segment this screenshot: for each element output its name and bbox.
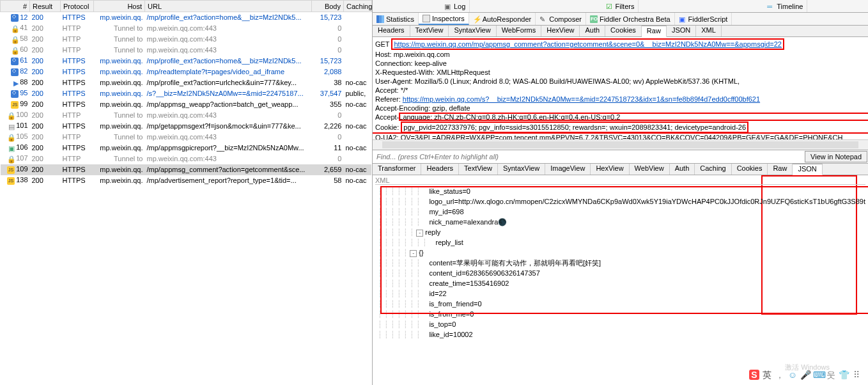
tab-textview[interactable]: TextView bbox=[459, 164, 498, 175]
tab-headers[interactable]: Headers bbox=[421, 164, 459, 175]
col-caching[interactable]: Caching bbox=[343, 1, 371, 12]
orchestra-tab[interactable]: FOFiddler Orchestra Beta bbox=[586, 13, 675, 25]
js-icon: JS bbox=[7, 177, 15, 185]
response-json-view[interactable]: XML ┆ ┆ ┆ ┆ ┆ ┆ ┆ like_status=0┆ ┆ ┆ ┆ ┆… bbox=[373, 175, 868, 385]
ime-tool-icon[interactable]: ⠿ bbox=[851, 370, 862, 380]
autoresponder-tab[interactable]: ⚡AutoResponder bbox=[469, 13, 536, 25]
json-node[interactable]: ┆ ┆ ┆ ┆ ┆ ┆ ┆ content=苹果明年可能有大动作，那就明年再看吧… bbox=[375, 258, 865, 268]
find-input[interactable] bbox=[373, 150, 804, 163]
log-tab[interactable]: Log bbox=[440, 0, 470, 12]
tab-webview[interactable]: WebView bbox=[630, 164, 670, 175]
json-node[interactable]: ┆ ┆ ┆ ┆ ┆ ┆ ┆ create_time=1535416902 bbox=[375, 278, 865, 288]
session-row[interactable]: JS99200HTTPSmp.weixin.qq./mp/appmsg_weap… bbox=[1, 99, 372, 110]
col-host[interactable]: Host bbox=[94, 1, 145, 12]
inspectors-tab[interactable]: Inspectors bbox=[419, 13, 469, 25]
tab-headers[interactable]: Headers bbox=[373, 26, 410, 36]
lock-icon: 🔒 bbox=[11, 36, 19, 43]
request-hscroll[interactable] bbox=[373, 139, 868, 150]
json-node[interactable]: ┆ ┆ ┆ ┆ ┆ ┆ -reply bbox=[375, 227, 865, 237]
link-icon bbox=[11, 14, 19, 22]
session-row[interactable]: 61200HTTPSmp.weixin.qq./mp/profile_ext?a… bbox=[1, 56, 372, 67]
referer-url-link[interactable]: https://mp.weixin.qq.com/s?__biz=MzI2NDk… bbox=[403, 95, 760, 103]
col-body[interactable]: Body bbox=[311, 1, 343, 12]
filter-icon bbox=[606, 3, 614, 10]
json-node[interactable]: ┆ ┆ ┆ ┆ ┆ ┆ ┆ logo_url=http://wx.qlogo.c… bbox=[375, 196, 865, 207]
tab-webforms[interactable]: WebForms bbox=[497, 26, 542, 36]
ime-keyboard-icon[interactable]: ⌨ bbox=[813, 370, 823, 380]
view-in-notepad-button[interactable]: View in Notepad bbox=[805, 151, 867, 162]
ime-smile-icon[interactable]: ☺ bbox=[787, 370, 798, 380]
ime-person-icon[interactable]: 웃 bbox=[826, 370, 836, 380]
session-row[interactable]: 82200HTTPSmp.weixin.qq./mp/readtemplate?… bbox=[1, 67, 372, 77]
col-num[interactable]: # bbox=[1, 1, 30, 12]
tab-imageview[interactable]: ImageView bbox=[545, 164, 591, 175]
header-connection: Connection: keep-alive bbox=[375, 59, 865, 68]
tab-auth[interactable]: Auth bbox=[670, 164, 695, 175]
sogou-icon[interactable]: S bbox=[749, 370, 759, 380]
session-row[interactable]: JS109200HTTPSmp.weixin.qq./mp/appmsg_com… bbox=[1, 164, 372, 175]
tab-raw[interactable]: Raw bbox=[768, 164, 793, 175]
tab-hexview[interactable]: HexView bbox=[541, 26, 580, 36]
ime-skin-icon[interactable]: 👕 bbox=[839, 370, 849, 380]
col-result[interactable]: Result bbox=[30, 1, 61, 12]
session-row[interactable]: JS138200HTTPSmp.weixin.qq./mp/advertisem… bbox=[1, 175, 372, 186]
tab-raw[interactable]: Raw bbox=[642, 26, 667, 37]
session-row[interactable]: 🔒100200HTTPTunnel tomp.weixin.qq.com:443… bbox=[1, 110, 372, 121]
tab-cookies[interactable]: Cookies bbox=[732, 164, 768, 175]
tab-hexview[interactable]: HexView bbox=[591, 164, 629, 175]
ime-mic-icon[interactable]: 🎤 bbox=[800, 370, 810, 380]
tab-textview[interactable]: TextView bbox=[410, 26, 449, 36]
json-node[interactable]: ┆ ┆ ┆ ┆ ┆ -{} bbox=[375, 248, 865, 258]
timeline-tab[interactable]: Timeline bbox=[763, 0, 807, 12]
session-row[interactable]: 12200HTTPSmp.weixin.qq./mp/profile_ext?a… bbox=[1, 12, 372, 23]
ime-punct-icon[interactable]: ， bbox=[775, 370, 785, 380]
tab-transformer[interactable]: Transformer bbox=[373, 164, 422, 175]
statistics-tab[interactable]: Statistics bbox=[373, 13, 419, 25]
json-node[interactable]: ┆ ┆ ┆ ┆ ┆ ┆ ┆ is_from_friend=0 bbox=[375, 299, 865, 309]
session-row[interactable]: 95200HTTPSmp.weixin.qq./s?__biz=MzI2NDk5… bbox=[1, 88, 372, 99]
json-node[interactable]: ┆ ┆ ┆ ┆ ┆ ┆ ┆ is_top=0 bbox=[375, 319, 865, 329]
json-node[interactable]: ┆ ┆ ┆ ┆ ┆ ┆ ┆ like_status=0 bbox=[375, 186, 865, 196]
session-row[interactable]: 🔒58200HTTPTunnel tomp.weixin.qq.com:4430 bbox=[1, 34, 372, 45]
session-row[interactable]: ▣106200HTTPSmp.weixin.qq./mp/appmsgpicre… bbox=[1, 143, 372, 153]
json-node[interactable]: ┆ ┆ ┆ ┆ ┆ ┆ ┆ like_id=10002 bbox=[375, 329, 865, 340]
lock-icon: 🔒 bbox=[7, 155, 15, 163]
xml-root-label: XML bbox=[375, 177, 390, 184]
fiddlerscript-label: FiddlerScript bbox=[688, 15, 728, 23]
fiddlerscript-tab[interactable]: FiddlerScript bbox=[675, 13, 732, 25]
json-node[interactable]: ┆ ┆ ┆ ┆ ┆ ┆ ┆ is_from_me=0 bbox=[375, 309, 865, 319]
request-url-link[interactable]: https://mp.weixin.qq.com/mp/appmsg_comme… bbox=[394, 40, 782, 48]
raw-request-view[interactable]: GET https://mp.weixin.qq.com/mp/appmsg_c… bbox=[373, 37, 868, 139]
autoresponder-label: AutoResponder bbox=[483, 15, 531, 23]
filters-tab[interactable]: Filters bbox=[602, 0, 639, 12]
tab-caching[interactable]: Caching bbox=[695, 164, 731, 175]
cookie-label: Cookie: bbox=[375, 123, 401, 131]
header-ua: User-Agent: Mozilla/5.0 (Linux; Android … bbox=[375, 77, 865, 86]
session-row[interactable]: 🔒105200HTTPTunnel tomp.weixin.qq.com:443… bbox=[1, 132, 372, 143]
ime-lang[interactable]: 英 bbox=[762, 370, 772, 380]
session-row[interactable]: 🔒60200HTTPTunnel tomp.weixin.qq.com:4430 bbox=[1, 45, 372, 56]
tab-syntaxview[interactable]: SyntaxView bbox=[498, 164, 545, 175]
json-node[interactable]: ┆ ┆ ┆ ┆ ┆ ┆ ┆ nick_name=alexandra🌑 bbox=[375, 217, 865, 227]
composer-tab[interactable]: Composer bbox=[536, 13, 586, 25]
col-protocol[interactable]: Protocol bbox=[61, 1, 94, 12]
col-url[interactable]: URL bbox=[145, 1, 312, 12]
inspect-icon bbox=[422, 15, 430, 22]
session-row[interactable]: 🔒107200HTTPTunnel tomp.weixin.qq.com:443… bbox=[1, 153, 372, 164]
session-row[interactable]: ▤101200HTTPSmp.weixin.qq./mp/getappmsgex… bbox=[1, 121, 372, 132]
json-node[interactable]: ┆ ┆ ┆ ┆ ┆ ┆ ┆ ┆ reply_list bbox=[375, 237, 865, 248]
tab-json[interactable]: JSON bbox=[667, 26, 696, 36]
orchestra-label: Fiddler Orchestra Beta bbox=[600, 15, 670, 23]
tab-json[interactable]: JSON bbox=[793, 164, 822, 175]
header-encoding: Accept-Encoding: gzip, deflate bbox=[375, 104, 865, 113]
session-row[interactable]: 🔒41200HTTPTunnel tomp.weixin.qq.com:4430 bbox=[1, 23, 372, 34]
tab-auth[interactable]: Auth bbox=[580, 26, 605, 36]
json-node[interactable]: ┆ ┆ ┆ ┆ ┆ ┆ ┆ id=22 bbox=[375, 288, 865, 299]
play-icon: ▶ bbox=[11, 79, 19, 87]
json-node[interactable]: ┆ ┆ ┆ ┆ ┆ ┆ ┆ my_id=698 bbox=[375, 207, 865, 217]
tab-cookies[interactable]: Cookies bbox=[605, 26, 642, 36]
json-node[interactable]: ┆ ┆ ┆ ┆ ┆ ┆ ┆ content_id=628365690632614… bbox=[375, 268, 865, 278]
tab-xml[interactable]: XML bbox=[696, 26, 722, 36]
tab-syntaxview[interactable]: SyntaxView bbox=[449, 26, 496, 36]
session-row[interactable]: ▶88200HTTPSmp.weixin.qq./mp/profile_ext?… bbox=[1, 77, 372, 88]
